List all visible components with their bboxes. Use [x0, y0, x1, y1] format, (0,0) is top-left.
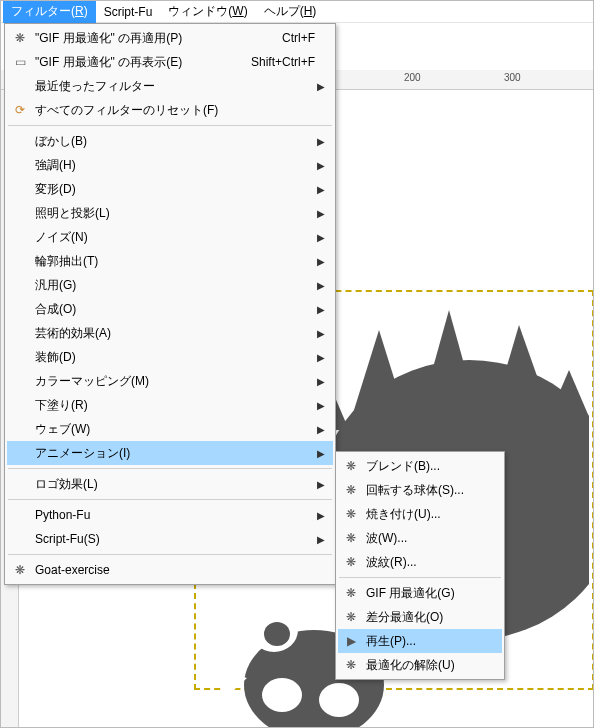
gear-icon: ❋ [11, 563, 29, 577]
filters-dropdown: ❋ "GIF 用最適化" の再適用(P) Ctrl+F ▭ "GIF 用最適化"… [4, 23, 336, 585]
item-anim-playback[interactable]: ▶再生(P)... [338, 629, 502, 653]
svg-marker-10 [219, 670, 247, 698]
submenu-arrow-icon: ▶ [315, 160, 325, 171]
item-pythonfu[interactable]: Python-Fu▶ [7, 503, 333, 527]
gear-icon: ❋ [342, 507, 360, 521]
separator [339, 577, 501, 578]
separator [8, 468, 332, 469]
play-icon: ▶ [342, 634, 360, 648]
submenu-arrow-icon: ▶ [315, 328, 325, 339]
submenu-arrow-icon: ▶ [315, 81, 325, 92]
separator [8, 499, 332, 500]
submenu-arrow-icon: ▶ [315, 256, 325, 267]
submenu-arrow-icon: ▶ [315, 304, 325, 315]
submenu-arrow-icon: ▶ [315, 352, 325, 363]
svg-marker-3 [424, 310, 474, 400]
item-artistic[interactable]: 芸術的効果(A)▶ [7, 321, 333, 345]
svg-point-8 [264, 622, 290, 646]
gear-icon: ❋ [342, 483, 360, 497]
menubar: フィルター(R) Script-Fu ウィンドウ(W) ヘルプ(H) [1, 1, 593, 23]
menu-scriptfu[interactable]: Script-Fu [96, 2, 161, 22]
ruler-tick: 200 [404, 72, 421, 83]
item-anim-blend[interactable]: ❋ブレンド(B)... [338, 454, 502, 478]
submenu-arrow-icon: ▶ [315, 479, 325, 490]
submenu-arrow-icon: ▶ [315, 184, 325, 195]
gear-icon: ❋ [342, 586, 360, 600]
submenu-arrow-icon: ▶ [315, 510, 325, 521]
separator [8, 125, 332, 126]
item-logo[interactable]: ロゴ効果(L)▶ [7, 472, 333, 496]
gear-icon: ❋ [342, 555, 360, 569]
reset-icon: ⟳ [11, 103, 29, 117]
accel-label: Ctrl+F [272, 31, 315, 45]
label: "GIF 用最適化" の再適用(P) [29, 30, 272, 47]
submenu-arrow-icon: ▶ [315, 448, 325, 459]
submenu-arrow-icon: ▶ [315, 424, 325, 435]
gear-icon: ❋ [11, 31, 29, 45]
svg-marker-9 [227, 595, 254, 630]
label: "GIF 用最適化" の再表示(E) [29, 54, 241, 71]
svg-marker-11 [229, 720, 257, 728]
gear-icon: ❋ [342, 610, 360, 624]
item-render[interactable]: 下塗り(R)▶ [7, 393, 333, 417]
ruler-tick: 300 [504, 72, 521, 83]
item-web[interactable]: ウェブ(W)▶ [7, 417, 333, 441]
item-light[interactable]: 照明と投影(L)▶ [7, 201, 333, 225]
item-anim-ripple[interactable]: ❋波紋(R)... [338, 550, 502, 574]
item-scriptfu[interactable]: Script-Fu(S)▶ [7, 527, 333, 551]
item-anim-unopt[interactable]: ❋最適化の解除(U) [338, 653, 502, 677]
submenu-arrow-icon: ▶ [315, 136, 325, 147]
gear-icon: ❋ [342, 658, 360, 672]
menu-help[interactable]: ヘルプ(H) [256, 0, 325, 23]
submenu-arrow-icon: ▶ [315, 534, 325, 545]
item-anim-wave[interactable]: ❋波(W)... [338, 526, 502, 550]
submenu-arrow-icon: ▶ [315, 232, 325, 243]
submenu-arrow-icon: ▶ [315, 400, 325, 411]
item-repeat-last[interactable]: ❋ "GIF 用最適化" の再適用(P) Ctrl+F [7, 26, 333, 50]
separator [8, 554, 332, 555]
item-enhance[interactable]: 強調(H)▶ [7, 153, 333, 177]
accel-label: Shift+Ctrl+F [241, 55, 315, 69]
item-anim-diffopt[interactable]: ❋差分最適化(O) [338, 605, 502, 629]
gear-icon: ❋ [342, 531, 360, 545]
submenu-arrow-icon: ▶ [315, 208, 325, 219]
item-combine[interactable]: 合成(O)▶ [7, 297, 333, 321]
item-reset-filters[interactable]: ⟳ すべてのフィルターのリセット(F) [7, 98, 333, 122]
item-colormap[interactable]: カラーマッピング(M)▶ [7, 369, 333, 393]
submenu-arrow-icon: ▶ [315, 376, 325, 387]
item-anim-gifopt[interactable]: ❋GIF 用最適化(G) [338, 581, 502, 605]
submenu-arrow-icon: ▶ [315, 280, 325, 291]
dialog-icon: ▭ [11, 55, 29, 69]
menu-filters[interactable]: フィルター(R) [3, 0, 96, 23]
svg-point-12 [262, 678, 302, 712]
item-decor[interactable]: 装飾(D)▶ [7, 345, 333, 369]
svg-point-13 [319, 683, 359, 717]
animation-submenu: ❋ブレンド(B)... ❋回転する球体(S)... ❋焼き付け(U)... ❋波… [335, 451, 505, 680]
item-blur[interactable]: ぼかし(B)▶ [7, 129, 333, 153]
item-noise[interactable]: ノイズ(N)▶ [7, 225, 333, 249]
item-edge[interactable]: 輪郭抽出(T)▶ [7, 249, 333, 273]
gear-icon: ❋ [342, 459, 360, 473]
item-generic[interactable]: 汎用(G)▶ [7, 273, 333, 297]
svg-marker-2 [354, 330, 404, 410]
item-goat-exercise[interactable]: ❋ Goat-exercise [7, 558, 333, 582]
item-distort[interactable]: 変形(D)▶ [7, 177, 333, 201]
item-anim-burn[interactable]: ❋焼き付け(U)... [338, 502, 502, 526]
item-anim-globe[interactable]: ❋回転する球体(S)... [338, 478, 502, 502]
item-reshow-last[interactable]: ▭ "GIF 用最適化" の再表示(E) Shift+Ctrl+F [7, 50, 333, 74]
item-recent-filters[interactable]: 最近使ったフィルター ▶ [7, 74, 333, 98]
label: すべてのフィルターのリセット(F) [29, 102, 315, 119]
item-animation[interactable]: アニメーション(I)▶ [7, 441, 333, 465]
menu-window[interactable]: ウィンドウ(W) [160, 0, 255, 23]
label: 最近使ったフィルター [29, 78, 315, 95]
